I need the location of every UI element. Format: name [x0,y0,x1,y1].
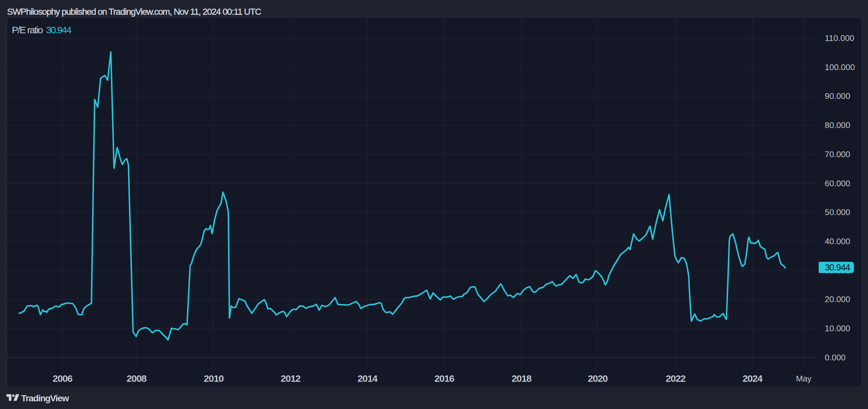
svg-text:2014: 2014 [358,373,378,384]
svg-text:2012: 2012 [281,373,301,384]
svg-text:2016: 2016 [434,373,454,384]
svg-text:2024: 2024 [742,373,763,384]
svg-text:2022: 2022 [665,373,685,384]
svg-text:100.000: 100.000 [825,62,855,72]
svg-text:SWPhilosophy published on Trad: SWPhilosophy published on TradingView.co… [7,7,261,16]
svg-text:May: May [796,374,812,383]
svg-text:2008: 2008 [126,373,146,384]
svg-text:40.000: 40.000 [825,237,850,246]
svg-text:50.000: 50.000 [825,207,850,217]
svg-text:2018: 2018 [512,373,531,384]
svg-text:30.944: 30.944 [825,263,850,272]
svg-text:110.000: 110.000 [825,33,854,43]
svg-text:2020: 2020 [588,373,608,384]
svg-text:2010: 2010 [204,373,223,384]
svg-text:70.000: 70.000 [825,149,850,159]
svg-text:2006: 2006 [53,373,72,384]
svg-text:TradingView: TradingView [21,393,69,403]
svg-text:20.000: 20.000 [825,295,850,304]
svg-text:80.000: 80.000 [825,120,850,130]
svg-text:30.944: 30.944 [46,25,71,35]
svg-text:60.000: 60.000 [825,178,850,188]
svg-text:0.000: 0.000 [825,353,845,362]
svg-text:P/E ratio: P/E ratio [12,25,43,35]
svg-text:10.000: 10.000 [825,323,850,333]
svg-text:90.000: 90.000 [825,91,850,101]
